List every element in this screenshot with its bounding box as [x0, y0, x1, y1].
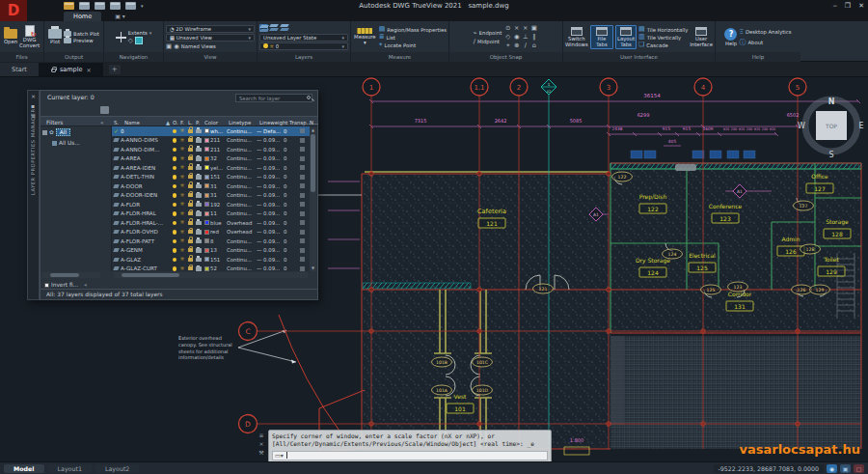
measure-button[interactable]: Measure ▾: [353, 28, 377, 46]
snap-nearest-icon[interactable]: ⌖: [506, 42, 510, 49]
layer-properties-icon[interactable]: [259, 24, 268, 32]
invert-collapse-icon[interactable]: «: [84, 282, 88, 288]
layer-row[interactable]: A-FLOR☼192Continu...— 0.09...0: [112, 200, 310, 209]
search-layer-input[interactable]: Search for layer: [235, 94, 312, 102]
layer-row[interactable]: ✓0☼wh...Continu...— Defa...0: [112, 126, 310, 136]
layer-state-button[interactable]: [100, 106, 109, 114]
layer-row[interactable]: A-FLOR-PATT☼8Continu...— 0.09...0: [112, 237, 310, 246]
qat-publish-icon[interactable]: [125, 2, 136, 10]
layer-state-icon[interactable]: [270, 24, 279, 32]
layer-row[interactable]: A-ANNO-DIMS☼211Continu...— 0.09...0: [112, 136, 310, 146]
orbit-icon[interactable]: ◇: [128, 38, 133, 44]
qat-open-icon[interactable]: [64, 2, 74, 10]
view-icon-b[interactable]: ◉: [174, 43, 179, 50]
invert-filter-checkbox[interactable]: Invert fi...«: [44, 282, 88, 288]
col-lock[interactable]: L.: [188, 120, 193, 125]
cmd-close-icon[interactable]: ×: [257, 440, 266, 447]
layer-isolate-icon[interactable]: [281, 24, 289, 32]
clean-screen-icon[interactable]: ▢: [854, 464, 864, 473]
tile-horizontally-button[interactable]: ▤Tile Horizontally: [638, 26, 688, 33]
new-tab-button[interactable]: +: [109, 65, 121, 74]
filters-hscrollbar[interactable]: [42, 272, 100, 278]
minimize-button[interactable]: ‒: [832, 2, 836, 10]
filter-all-used[interactable]: All Us...: [41, 138, 111, 148]
midpoint-snap-button[interactable]: ∕Midpoint: [474, 39, 502, 45]
region-mass-button[interactable]: ▤Region/Mass Properties: [379, 26, 447, 33]
filters-collapse-icon[interactable]: «: [100, 120, 104, 125]
snap-tangent-icon[interactable]: ◉: [514, 34, 520, 41]
col-freeze[interactable]: F.: [180, 120, 184, 125]
layer-row[interactable]: A-GENM☼13Continu...— 0.09...0: [112, 246, 310, 256]
layer-row[interactable]: A-DOOR-IDEN☼31Continu...— 0.09...0: [112, 191, 310, 201]
qat-dropdown-icon[interactable]: ▾: [141, 3, 144, 9]
desktop-analytics-button[interactable]: ΞDesktop Analytics: [739, 29, 791, 36]
col-linetype[interactable]: Linetype: [229, 120, 251, 125]
tab-layout1[interactable]: Layout1: [48, 464, 92, 473]
ribbon-tab-home[interactable]: Home: [64, 12, 101, 21]
qat-convert-icon[interactable]: [79, 2, 90, 10]
filter-all[interactable]: ✿All: [41, 126, 111, 138]
isolate-objects-icon[interactable]: ◉: [827, 464, 837, 473]
cmd-grip-icon[interactable]: ≡: [257, 432, 266, 438]
tab-start[interactable]: Start: [0, 63, 40, 76]
snap-quadrant-icon[interactable]: ◇: [505, 34, 510, 41]
help-button[interactable]: ?Help: [724, 28, 737, 47]
snap-extension-icon[interactable]: ∕: [525, 42, 527, 49]
tab-layout2[interactable]: Layout2: [95, 464, 139, 473]
hardware-acceleration-icon[interactable]: ▣: [840, 464, 851, 473]
col-lineweight[interactable]: Lineweight: [259, 120, 287, 125]
plot-button[interactable]: Plot: [48, 29, 62, 45]
command-line[interactable]: Specify corner of window, enter a scale …: [268, 430, 552, 463]
col-newvp[interactable]: N...: [310, 120, 318, 125]
app-logo-icon[interactable]: D: [0, 0, 27, 21]
locate-point-button[interactable]: ⌖Locate Point: [379, 42, 447, 48]
close-button[interactable]: ✕: [858, 2, 864, 10]
layer-row[interactable]: A-DETL-THIN☼151Continu...— 0.09...0: [112, 173, 310, 182]
qat-plot-icon[interactable]: [95, 2, 105, 10]
tile-vertically-button[interactable]: ▥Tile Vertically: [638, 34, 688, 41]
tab-sample[interactable]: sample ✕: [40, 63, 103, 76]
snap-node-icon[interactable]: ×: [514, 25, 519, 32]
tab-model[interactable]: Model: [4, 464, 44, 473]
snap-parallel-icon[interactable]: ∥: [532, 34, 535, 41]
preview-button[interactable]: Preview: [64, 38, 99, 43]
layers-hscrollbar[interactable]: [114, 272, 308, 278]
command-input[interactable]: ▭▾: [272, 451, 548, 460]
snap-home-icon[interactable]: ⌂: [532, 42, 536, 49]
col-transparency[interactable]: Transp...: [289, 120, 312, 125]
layer-row[interactable]: A-AREA☼32Continu...— 0.09...0: [112, 154, 310, 164]
file-tabs-button[interactable]: File Tabs: [590, 25, 613, 50]
switch-windows-button[interactable]: Switch Windows: [565, 27, 588, 48]
layer-row[interactable]: A-AREA-IDEN☼yel...Continu...— 0.09...0: [112, 163, 310, 173]
cascade-button[interactable]: ❏Cascade: [638, 42, 688, 48]
col-on[interactable]: O.: [173, 120, 178, 125]
layer-row[interactable]: A-DOOR☼31Continu...— 0.09...0: [112, 181, 310, 191]
layer-list-scrollbar[interactable]: ▲▼: [310, 126, 316, 271]
layer-dropdown[interactable]: ☼ 0▾: [259, 42, 348, 50]
col-color[interactable]: Color: [204, 120, 218, 125]
view-icon-a[interactable]: ▣: [166, 43, 172, 50]
ribbon-tab-options-icon[interactable]: ▣ ▾: [111, 12, 129, 21]
palette-title-strip[interactable]: × ▪ ≡ LAYER PROPERTIES MANAGER: [27, 90, 40, 300]
layer-row[interactable]: A-GLAZ☼151Continu...— 0.09...0: [112, 255, 310, 265]
view-dropdown[interactable]: ▤ Unsaved View▾: [166, 34, 255, 42]
layer-state-dropdown[interactable]: Unsaved Layer State▾: [259, 34, 348, 42]
layer-row[interactable]: A-FLOR-HRAL-...☼blueOverhead— 0.09...0: [112, 218, 310, 228]
snap-apparent-icon[interactable]: ⊗: [514, 42, 519, 49]
palette-close-icon[interactable]: ×: [31, 93, 36, 99]
navcube-icon[interactable]: [135, 37, 143, 44]
qat-preview-icon[interactable]: [110, 2, 121, 10]
about-button[interactable]: ⓘAbout: [739, 40, 791, 46]
restore-button[interactable]: ❐: [845, 2, 851, 10]
pan-icon[interactable]: [116, 32, 126, 42]
snap-perpendicular-icon[interactable]: ⊥: [523, 34, 529, 41]
layer-row[interactable]: A-ANNO-DIM...☼211Continu...— 0.09...0: [112, 145, 310, 154]
dwg-convert-button[interactable]: DWG Convert: [19, 25, 40, 49]
named-views-button[interactable]: Named Views: [181, 43, 216, 49]
open-button[interactable]: Open: [4, 29, 17, 45]
col-name[interactable]: Name: [124, 120, 140, 125]
col-plot[interactable]: P.: [196, 120, 200, 125]
list-button[interactable]: ≣List: [379, 34, 447, 41]
layer-row[interactable]: A-GLAZ-CURT☼52Continu...— 0.09...0: [112, 265, 310, 272]
layer-row[interactable]: A-FLOR-HRAL☼11Continu...— 0.09...0: [112, 209, 310, 219]
